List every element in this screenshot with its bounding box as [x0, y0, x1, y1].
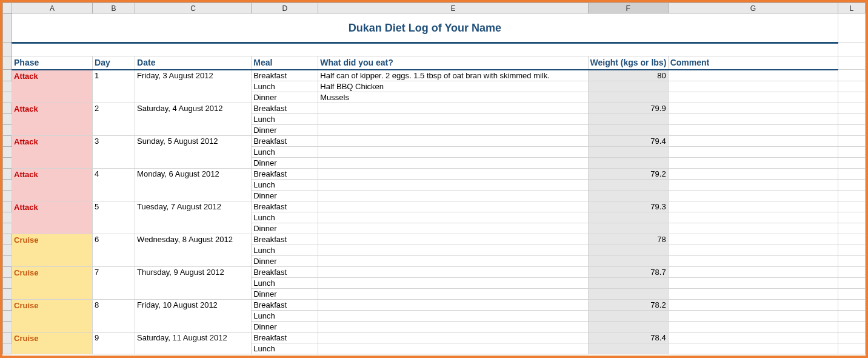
phase-cell[interactable]: Cruise — [12, 332, 93, 354]
meal-cell[interactable]: Dinner — [252, 190, 318, 201]
comment-cell[interactable] — [668, 288, 838, 299]
row-header[interactable] — [3, 288, 12, 299]
row-header[interactable] — [3, 277, 12, 288]
comment-cell[interactable] — [668, 103, 838, 113]
date-cell[interactable]: Wednesday, 8 August 2012 — [135, 234, 252, 266]
cell[interactable] — [838, 56, 865, 70]
date-cell[interactable]: Monday, 6 August 2012 — [135, 168, 252, 201]
row-header[interactable] — [3, 70, 12, 81]
cell[interactable] — [838, 266, 865, 277]
cell[interactable] — [838, 201, 865, 212]
comment-cell[interactable] — [668, 135, 838, 146]
weight-cell[interactable] — [588, 92, 668, 103]
cell[interactable] — [838, 113, 865, 124]
cell[interactable] — [838, 14, 865, 43]
cell[interactable] — [838, 332, 865, 343]
phase-cell[interactable]: Attack — [12, 168, 93, 201]
meal-cell[interactable]: Lunch — [252, 113, 318, 124]
meal-cell[interactable]: Dinner — [252, 288, 318, 299]
weight-cell[interactable]: 78 — [588, 234, 668, 245]
comment-cell[interactable] — [668, 81, 838, 92]
header-phase[interactable]: Phase — [12, 56, 93, 70]
food-cell[interactable] — [318, 245, 588, 255]
row-header[interactable] — [3, 190, 12, 201]
row-header[interactable] — [3, 113, 12, 124]
food-cell[interactable] — [318, 157, 588, 168]
day-cell[interactable]: 9 — [93, 332, 135, 354]
weight-cell[interactable]: 78.7 — [588, 266, 668, 277]
header-date[interactable]: Date — [135, 56, 252, 70]
weight-cell[interactable]: 79.3 — [588, 201, 668, 212]
phase-cell[interactable]: Attack — [12, 201, 93, 234]
comment-cell[interactable] — [668, 70, 838, 81]
col-header-A[interactable]: A — [12, 3, 93, 14]
comment-cell[interactable] — [668, 113, 838, 124]
meal-cell[interactable]: Lunch — [252, 277, 318, 288]
row-header[interactable] — [3, 92, 12, 103]
comment-cell[interactable] — [668, 299, 838, 310]
cell[interactable] — [838, 146, 865, 157]
date-cell[interactable]: Saturday, 4 August 2012 — [135, 103, 252, 135]
cell[interactable] — [838, 135, 865, 146]
cell[interactable] — [838, 234, 865, 245]
meal-cell[interactable]: Lunch — [252, 146, 318, 157]
weight-cell[interactable] — [588, 321, 668, 332]
row-header[interactable] — [3, 212, 12, 223]
comment-cell[interactable] — [668, 124, 838, 135]
row-header[interactable] — [3, 332, 12, 343]
food-cell[interactable] — [318, 310, 588, 321]
meal-cell[interactable]: Dinner — [252, 92, 318, 103]
col-header-F[interactable]: F — [588, 3, 668, 14]
comment-cell[interactable] — [668, 92, 838, 103]
comment-cell[interactable] — [668, 321, 838, 332]
col-header-L[interactable]: L — [838, 3, 865, 14]
cell[interactable] — [838, 190, 865, 201]
cell[interactable] — [838, 179, 865, 190]
comment-cell[interactable] — [668, 168, 838, 179]
weight-cell[interactable] — [588, 157, 668, 168]
phase-cell[interactable]: Cruise — [12, 234, 93, 266]
cell[interactable] — [838, 43, 865, 56]
meal-cell[interactable]: Breakfast — [252, 266, 318, 277]
food-cell[interactable] — [318, 255, 588, 266]
cell[interactable] — [838, 310, 865, 321]
food-cell[interactable] — [318, 124, 588, 135]
date-cell[interactable]: Sunday, 5 August 2012 — [135, 135, 252, 168]
food-cell[interactable]: Mussels — [318, 92, 588, 103]
col-header-E[interactable]: E — [318, 3, 588, 14]
meal-cell[interactable]: Breakfast — [252, 201, 318, 212]
day-cell[interactable]: 7 — [93, 266, 135, 299]
cell[interactable] — [838, 288, 865, 299]
meal-cell[interactable]: Dinner — [252, 255, 318, 266]
cell[interactable] — [838, 321, 865, 332]
cell[interactable] — [838, 277, 865, 288]
food-cell[interactable] — [318, 234, 588, 245]
row-header[interactable] — [3, 124, 12, 135]
cell[interactable] — [838, 157, 865, 168]
row-header[interactable] — [3, 234, 12, 245]
cell[interactable] — [838, 343, 865, 354]
cell[interactable] — [838, 299, 865, 310]
row-header[interactable] — [3, 81, 12, 92]
food-cell[interactable] — [318, 113, 588, 124]
food-cell[interactable] — [318, 179, 588, 190]
date-cell[interactable]: Thursday, 9 August 2012 — [135, 266, 252, 299]
phase-cell[interactable]: Cruise — [12, 266, 93, 299]
food-cell[interactable] — [318, 343, 588, 354]
row-header[interactable] — [3, 245, 12, 255]
weight-cell[interactable] — [588, 146, 668, 157]
comment-cell[interactable] — [668, 157, 838, 168]
day-cell[interactable]: 3 — [93, 135, 135, 168]
cell[interactable] — [838, 212, 865, 223]
comment-cell[interactable] — [668, 146, 838, 157]
header-meal[interactable]: Meal — [252, 56, 318, 70]
phase-cell[interactable]: Attack — [12, 70, 93, 103]
row-header[interactable] — [3, 310, 12, 321]
date-cell[interactable]: Friday, 3 August 2012 — [135, 70, 252, 103]
phase-cell[interactable]: Attack — [12, 135, 93, 168]
weight-cell[interactable] — [588, 179, 668, 190]
row-header[interactable] — [3, 343, 12, 354]
row-header[interactable] — [3, 266, 12, 277]
cell[interactable] — [838, 70, 865, 81]
corner-cell[interactable] — [3, 3, 12, 14]
